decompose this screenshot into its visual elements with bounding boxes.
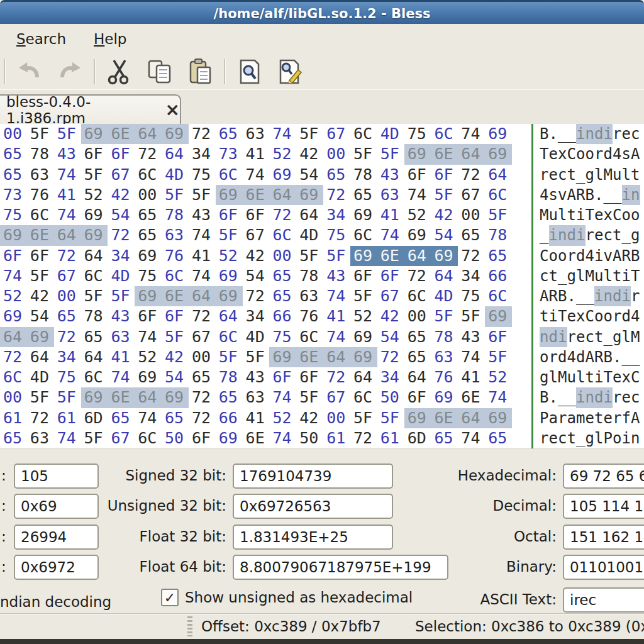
ascii-char[interactable]: t — [540, 306, 549, 326]
hex-byte[interactable]: 65 — [162, 408, 189, 428]
hex-byte[interactable]: 72 — [243, 286, 270, 306]
hex-byte[interactable]: 52 — [269, 144, 296, 164]
hex-byte[interactable]: 64 — [404, 246, 431, 266]
hex-byte[interactable]: 52 — [350, 306, 377, 326]
ascii-char[interactable]: t — [549, 266, 558, 286]
hex-byte[interactable]: 00 — [54, 286, 81, 306]
hex-byte[interactable]: 65 — [216, 387, 243, 408]
hex-byte[interactable]: 64 — [431, 266, 458, 286]
hex-byte[interactable]: 64 — [135, 124, 162, 144]
hex-byte[interactable]: 74 — [485, 387, 512, 408]
ascii-char[interactable]: _ — [604, 185, 613, 205]
ascii-char[interactable]: o — [549, 246, 558, 266]
hex-byte[interactable]: 5F — [458, 306, 485, 326]
ascii-char[interactable]: i — [622, 266, 631, 286]
hex-byte[interactable]: 69 — [162, 387, 189, 408]
ascii-char[interactable]: l — [549, 367, 558, 387]
hex-byte[interactable]: 5F — [296, 387, 323, 408]
ascii-char[interactable]: . — [567, 286, 577, 306]
ascii-char[interactable]: t — [594, 327, 604, 347]
hex-byte[interactable]: 64 — [162, 144, 189, 164]
hex-byte[interactable]: 61 — [323, 428, 350, 448]
hex-byte[interactable]: 6E — [377, 246, 404, 266]
ascii-char[interactable]: o — [631, 205, 640, 225]
hex-byte[interactable]: 69 — [0, 306, 27, 326]
ascii-char[interactable]: l — [558, 205, 567, 225]
hex-byte[interactable]: 43 — [377, 165, 404, 185]
hex-byte[interactable]: 74 — [108, 367, 135, 387]
ascii-char[interactable]: d — [576, 347, 586, 367]
hex-byte[interactable]: 6C — [431, 124, 458, 144]
ascii-char[interactable]: g — [586, 428, 595, 448]
hex-byte[interactable]: 75 — [269, 327, 296, 347]
hexadecimal-field[interactable]: 69 72 65 63 — [563, 464, 644, 489]
ascii-char[interactable]: A — [586, 347, 595, 367]
hex-byte[interactable]: 65 — [0, 428, 27, 448]
ascii-char[interactable]: M — [586, 266, 595, 286]
hex-byte[interactable]: 72 — [189, 387, 216, 408]
ascii-char[interactable]: o — [586, 144, 595, 164]
ascii-char[interactable]: _ — [576, 165, 586, 185]
ascii-char[interactable]: i — [604, 124, 613, 144]
ascii-char[interactable]: i — [604, 387, 613, 408]
hex-byte[interactable]: 78 — [350, 165, 377, 185]
hex-byte[interactable]: 67 — [189, 327, 216, 347]
hex-byte[interactable]: 52 — [81, 185, 108, 205]
hex-byte[interactable]: 69 — [350, 205, 377, 225]
hex-byte[interactable]: 69 — [269, 165, 296, 185]
ascii-char[interactable]: r — [631, 286, 640, 306]
hex-byte[interactable]: 65 — [189, 367, 216, 387]
unsigned-32-bit-field[interactable]: 0x69726563 — [233, 494, 393, 519]
float-64-bit-field[interactable]: 8.80079067187975E+199 — [233, 555, 448, 580]
hex-byte[interactable]: 5F — [377, 144, 404, 164]
hex-byte[interactable]: 63 — [431, 347, 458, 367]
ascii-char[interactable]: . — [613, 347, 622, 367]
ascii-char[interactable]: _ — [567, 387, 577, 408]
ascii-char[interactable]: e — [549, 165, 558, 185]
ascii-char[interactable]: u — [594, 266, 604, 286]
statusbar-grip[interactable] — [187, 616, 192, 636]
hex-byte[interactable]: 6C — [27, 205, 54, 225]
hex-byte[interactable]: 4D — [296, 225, 323, 245]
ascii-char[interactable]: r — [540, 165, 549, 185]
hex-byte[interactable]: 50 — [296, 428, 323, 448]
ascii-char[interactable]: f — [622, 408, 631, 428]
hex-byte[interactable]: 67 — [323, 387, 350, 408]
ascii-char[interactable]: i — [622, 185, 631, 205]
ascii-char[interactable]: i — [622, 428, 631, 448]
ascii-char[interactable]: c — [631, 124, 640, 144]
hex-byte[interactable]: 63 — [27, 165, 54, 185]
hex-byte[interactable]: 4D — [243, 327, 270, 347]
find-button[interactable] — [233, 56, 266, 87]
ascii-text-field[interactable]: irec — [563, 587, 644, 613]
hex-byte[interactable]: 6C — [350, 387, 377, 408]
hex-byte[interactable]: 76 — [296, 306, 323, 326]
hex-byte[interactable]: 52 — [0, 286, 27, 306]
hex-byte[interactable]: 00 — [404, 306, 431, 326]
hex-byte[interactable]: 64 — [216, 306, 243, 326]
hex-byte[interactable]: 69 — [81, 205, 108, 225]
ascii-char[interactable]: r — [540, 428, 549, 448]
hex-byte[interactable]: 41 — [377, 205, 404, 225]
hex-byte[interactable]: 69 — [485, 306, 512, 326]
hex-byte[interactable]: 54 — [377, 327, 404, 347]
hex-byte[interactable]: 75 — [189, 165, 216, 185]
hex-byte[interactable]: 5F — [296, 124, 323, 144]
hex-byte[interactable]: 52 — [135, 347, 162, 367]
ascii-char[interactable]: T — [558, 306, 567, 326]
hex-byte[interactable]: 67 — [108, 428, 135, 448]
ascii-char[interactable]: u — [613, 165, 622, 185]
hex-byte[interactable]: 74 — [54, 428, 81, 448]
hex-byte[interactable]: 6C — [485, 185, 512, 205]
hex-byte[interactable]: 43 — [458, 327, 485, 347]
hex-byte[interactable]: 69 — [162, 124, 189, 144]
ascii-char[interactable]: l — [576, 367, 586, 387]
hex-byte[interactable]: 74 — [54, 205, 81, 225]
hex-byte[interactable]: 5F — [485, 205, 512, 225]
float-32-bit-field[interactable]: 1.831493E+25 — [233, 525, 393, 550]
hex-byte[interactable]: 5F — [350, 408, 377, 428]
hex-byte[interactable]: 69 — [431, 246, 458, 266]
ascii-char[interactable]: i — [576, 124, 586, 144]
ascii-char[interactable]: 4 — [613, 144, 622, 164]
hex-byte[interactable]: 5F — [162, 327, 189, 347]
